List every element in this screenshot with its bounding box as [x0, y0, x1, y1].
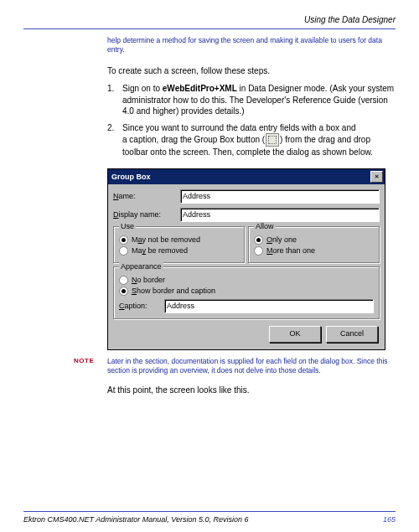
caption-label: Caption: [119, 302, 161, 310]
page-number: 165 [383, 515, 396, 524]
display-name-input[interactable]: Address [180, 208, 380, 222]
text-line: a caption, drag the Group Box button () … [122, 133, 396, 158]
radio-icon [119, 246, 128, 256]
step-number: 1. [107, 83, 122, 117]
ok-button[interactable]: OK [269, 326, 321, 343]
appearance-option-no-border[interactable]: No border [119, 276, 374, 285]
allow-groupbox: Allow Only one More than one [248, 226, 380, 263]
group-box-toolbar-icon [266, 133, 279, 147]
step-number: 2. [107, 122, 122, 158]
name-label: Name: [113, 192, 180, 200]
dialog-titlebar: Group Box × [108, 169, 385, 184]
after-note-paragraph: At this point, the screen looks like thi… [107, 385, 396, 396]
dialog-body: Name: Address Display name: Address Use … [108, 184, 385, 349]
cancel-button[interactable]: Cancel [326, 326, 378, 343]
caption-row: Caption: Address [119, 299, 374, 313]
use-groupbox: Use May not be removed May be removed [113, 226, 245, 263]
continuation-text: help determine a method for saving the s… [107, 36, 396, 55]
note-label: NOTE [74, 357, 107, 376]
display-name-label: Display name: [113, 210, 180, 219]
step-1: 1. Sign on to eWebEditPro+XML in Data De… [107, 83, 396, 117]
page-footer: Ektron CMS400.NET Administrator Manual, … [23, 506, 396, 524]
name-row: Name: Address [113, 189, 380, 204]
step-body: Since you want to surround the data entr… [122, 122, 396, 158]
step-body: Sign on to eWebEditPro+XML in Data Desig… [122, 83, 396, 117]
display-name-row: Display name: Address [113, 208, 380, 222]
note-block: NOTE Later in the section, documentation… [74, 357, 396, 376]
use-title: Use [119, 222, 136, 230]
appearance-title: Appearance [119, 262, 163, 271]
radio-icon [119, 235, 128, 245]
radio-icon [254, 235, 263, 245]
radio-icon [119, 276, 128, 285]
allow-option-only-one[interactable]: Only one [254, 235, 374, 245]
step-2: 2. Since you want to surround the data e… [107, 122, 396, 158]
radio-icon [254, 246, 263, 256]
allow-option-more-than-one[interactable]: More than one [254, 246, 374, 256]
dialog-title: Group Box [111, 173, 151, 181]
footer-rule [23, 511, 396, 512]
dialog-buttons: OK Cancel [113, 323, 380, 344]
group-box-dialog: Group Box × Name: Address Display name: … [107, 168, 385, 350]
header-rule [23, 28, 396, 29]
use-option-may-be-removed[interactable]: May be removed [119, 246, 239, 256]
allow-title: Allow [254, 222, 276, 230]
text-line: Since you want to surround the data entr… [122, 122, 396, 134]
text-bold: eWebEditPro+XML [163, 84, 237, 93]
text-fragment: Sign on to [122, 84, 163, 93]
radio-icon [119, 287, 128, 296]
close-button[interactable]: × [370, 171, 383, 183]
footer-manual-title: Ektron CMS400.NET Administrator Manual, … [23, 515, 248, 524]
use-option-not-removed[interactable]: May not be removed [119, 235, 239, 245]
appearance-groupbox: Appearance No border Show border and cap… [113, 266, 380, 319]
use-allow-row: Use May not be removed May be removed Al… [113, 226, 380, 266]
text-fragment: a caption, drag the Group Box button ( [122, 135, 265, 144]
note-text: Later in the section, documentation is s… [107, 357, 396, 376]
intro-paragraph: To create such a screen, follow these st… [107, 65, 396, 77]
appearance-option-show-border[interactable]: Show border and caption [119, 287, 374, 296]
page-header-title: Using the Data Designer [23, 15, 396, 24]
caption-input[interactable]: Address [164, 299, 374, 313]
name-input[interactable]: Address [180, 189, 380, 204]
